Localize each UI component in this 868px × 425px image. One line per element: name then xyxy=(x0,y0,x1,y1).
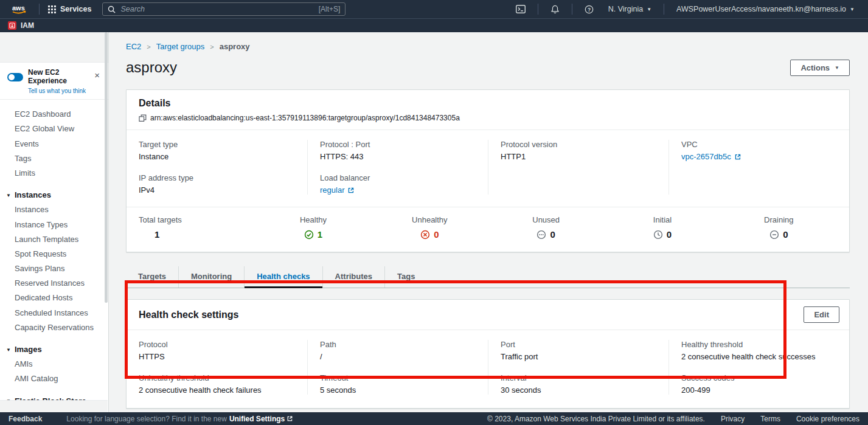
sidebar-item-ami-catalog[interactable]: AMI Catalog xyxy=(0,371,108,386)
search-shortcut-hint: [Alt+S] xyxy=(319,5,341,13)
external-link-icon xyxy=(286,415,293,422)
field-ip-address-type: IP address type IPv4 xyxy=(139,173,295,195)
unhealthy-stat: Unhealthy 0 xyxy=(372,215,488,240)
sidebar-item-launch-templates[interactable]: Launch Templates xyxy=(0,232,108,246)
sidebar-item-dedicated-hosts[interactable]: Dedicated Hosts xyxy=(0,291,108,305)
feedback-button[interactable]: Feedback xyxy=(9,415,42,423)
breadcrumb-target-groups[interactable]: Target groups xyxy=(156,42,205,51)
details-card: Details arn:aws:elasticloadbalancing:us-… xyxy=(126,89,850,252)
field-protocol-port: Protocol : Port HTTPS: 443 xyxy=(320,140,476,161)
tab-monitoring[interactable]: Monitoring xyxy=(178,266,244,288)
region-label: N. Virginia xyxy=(608,5,643,13)
target-group-arn: arn:aws:elasticloadbalancing:us-east-1:3… xyxy=(150,114,460,122)
account-menu[interactable]: AWSPowerUserAccess/navaneeth.kn@harness.… xyxy=(669,5,862,13)
sidebar-item-spot-requests[interactable]: Spot Requests xyxy=(0,246,108,261)
language-hint-text: Looking for language selection? Find it … xyxy=(66,415,227,423)
section-label: Instances xyxy=(15,190,51,199)
sidebar-item-capacity-reservations[interactable]: Capacity Reservations xyxy=(0,320,108,334)
detail-tabs: Targets Monitoring Health checks Attribu… xyxy=(126,266,850,288)
unified-settings-link[interactable]: Unified Settings xyxy=(229,415,293,423)
chevron-down-icon: ▼ xyxy=(850,7,855,12)
region-selector[interactable]: N. Virginia ▼ xyxy=(601,5,659,13)
initial-clock-icon xyxy=(653,230,663,240)
new-experience-panel: New EC2 Experience Tell us what you thin… xyxy=(0,63,108,100)
sidebar-item-ec2-global-view[interactable]: EC2 Global View xyxy=(0,122,108,136)
unhealthy-x-icon xyxy=(420,230,430,240)
services-menu-button[interactable]: Services xyxy=(44,5,95,13)
draining-minus-icon xyxy=(769,230,779,240)
account-label: AWSPowerUserAccess/navaneeth.kn@harness.… xyxy=(676,5,846,13)
sidebar-item-scheduled-instances[interactable]: Scheduled Instances xyxy=(0,305,108,320)
section-label: Images xyxy=(15,345,42,354)
healthy-stat: Healthy 1 xyxy=(255,215,371,240)
sidebar-item-events[interactable]: Events xyxy=(0,136,108,151)
sidebar-item-reserved-instances[interactable]: Reserved Instances xyxy=(0,276,108,291)
sidebar-item-ec2-dashboard[interactable]: EC2 Dashboard xyxy=(0,107,108,122)
load-balancer-link[interactable]: regular xyxy=(320,185,476,195)
field-path: Path / xyxy=(320,340,476,361)
sidebar-item-tags[interactable]: Tags xyxy=(0,151,108,165)
field-healthy-threshold: Healthy threshold 2 consecutive health c… xyxy=(681,340,837,361)
sidebar-scrollbar[interactable] xyxy=(105,32,108,303)
sidebar-item-savings-plans[interactable]: Savings Plans xyxy=(0,261,108,275)
total-targets-stat: Total targets 1 xyxy=(139,215,255,240)
cookie-preferences-link[interactable]: Cookie preferences xyxy=(796,415,859,423)
top-navigation-bar: aws Services [Alt+S] xyxy=(0,0,868,18)
svg-text:aws: aws xyxy=(12,4,25,12)
breadcrumb-current: asproxy xyxy=(220,42,250,51)
main-content: EC2 > Target groups > asproxy asproxy Ac… xyxy=(109,32,868,412)
new-experience-toggle[interactable] xyxy=(7,73,23,81)
grid-icon xyxy=(48,5,56,13)
draining-stat: Draining 0 xyxy=(721,215,837,240)
global-search[interactable]: [Alt+S] xyxy=(102,2,345,16)
sidebar-item-amis[interactable]: AMIs xyxy=(0,357,108,371)
copy-icon[interactable] xyxy=(139,114,147,122)
external-link-icon xyxy=(347,187,355,194)
aws-logo[interactable]: aws xyxy=(10,3,29,15)
divider xyxy=(572,4,572,15)
footer: Feedback Looking for language selection?… xyxy=(0,412,868,425)
edit-button[interactable]: Edit xyxy=(804,306,839,323)
field-load-balancer: Load balancer regular xyxy=(320,173,476,195)
breadcrumb: EC2 > Target groups > asproxy xyxy=(126,42,850,51)
actions-button[interactable]: Actions ▼ xyxy=(790,60,850,76)
tab-health-checks[interactable]: Health checks xyxy=(244,266,322,288)
chevron-down-icon: ▼ xyxy=(6,193,11,198)
divider xyxy=(664,4,664,15)
target-health-summary: Total targets 1 Healthy 1 Unhealthy xyxy=(127,207,849,252)
cloudshell-button[interactable] xyxy=(509,5,533,13)
tab-tags[interactable]: Tags xyxy=(384,266,427,288)
close-icon[interactable]: × xyxy=(92,69,102,81)
vpc-link[interactable]: vpc-2657db5c xyxy=(681,152,837,161)
tell-us-link[interactable]: Tell us what you think xyxy=(28,88,92,94)
health-check-grid: Protocol HTTPS Unhealthy threshold 2 con… xyxy=(127,330,849,408)
healthy-check-icon xyxy=(304,230,314,240)
question-mark-icon: ? xyxy=(585,5,594,14)
copyright-text: © 2023, Amazon Web Services India Privat… xyxy=(487,415,705,423)
health-check-settings-title: Health check settings xyxy=(139,309,239,320)
sidebar-item-instance-types[interactable]: Instance Types xyxy=(0,217,108,232)
privacy-link[interactable]: Privacy xyxy=(721,415,745,423)
search-input[interactable] xyxy=(120,5,313,13)
favorites-bar: IAM xyxy=(0,18,868,32)
help-button[interactable]: ? xyxy=(577,5,601,14)
sidebar-section-images[interactable]: ▼ Images xyxy=(0,342,108,356)
breadcrumb-ec2[interactable]: EC2 xyxy=(126,42,141,51)
ec2-sidebar: New EC2 Experience Tell us what you thin… xyxy=(0,32,109,412)
divider xyxy=(39,4,40,15)
field-success-codes: Success codes 200-499 xyxy=(681,373,837,395)
tab-targets[interactable]: Targets xyxy=(126,266,178,288)
chevron-right-icon: > xyxy=(147,43,150,50)
notifications-button[interactable] xyxy=(543,5,567,14)
field-port: Port Traffic port xyxy=(501,340,656,361)
iam-shortcut[interactable]: IAM xyxy=(21,21,34,30)
sidebar-section-instances[interactable]: ▼ Instances xyxy=(0,188,108,202)
terms-link[interactable]: Terms xyxy=(760,415,780,423)
new-experience-title: New EC2 Experience xyxy=(28,69,92,86)
tab-attributes[interactable]: Attributes xyxy=(322,266,384,288)
field-protocol: Protocol HTTPS xyxy=(139,340,295,361)
chevron-down-icon: ▼ xyxy=(647,7,651,12)
cloudshell-terminal-icon xyxy=(516,5,526,13)
sidebar-item-instances[interactable]: Instances xyxy=(0,202,108,217)
sidebar-item-limits[interactable]: Limits xyxy=(0,165,108,180)
